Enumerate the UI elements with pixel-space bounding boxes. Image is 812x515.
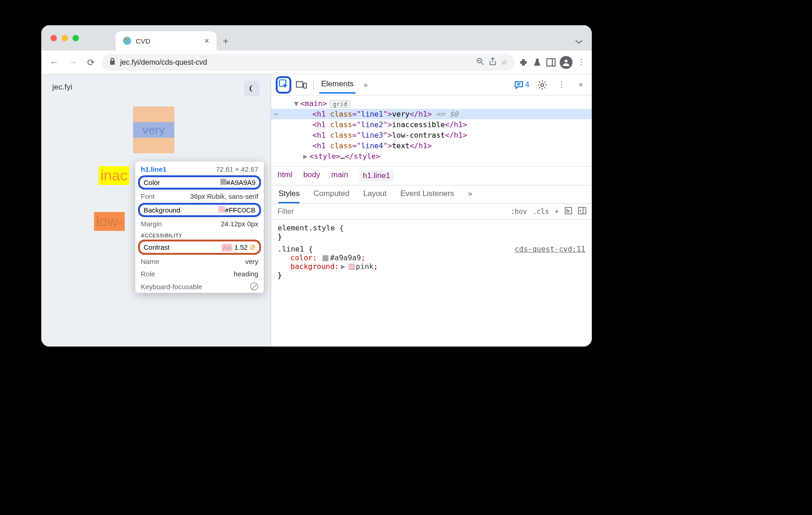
elements-tab[interactable]: Elements [319,76,356,94]
demo-text-inaccessible: inac [99,166,129,185]
inspector-tooltip: h1.line1 72.61 × 42.67 Color #A9A9A9 Fon… [135,162,264,293]
dom-main-element[interactable]: ▼<main>grid [271,98,592,109]
issues-count: 4 [525,80,529,90]
panel-icon[interactable] [546,57,556,67]
event-listeners-tab[interactable]: Event Listeners [400,189,454,203]
inspect-element-button[interactable] [276,76,291,94]
kebab-menu-icon[interactable]: ⋮ [555,78,568,91]
sidebar-toggle-icon[interactable] [578,207,586,216]
share-icon[interactable] [489,57,496,67]
close-tab-icon[interactable]: × [204,36,209,46]
color-swatch-inline[interactable] [323,255,328,261]
color-value: #A9A9A9 [227,179,256,186]
styles-rules[interactable]: element.style { } .line1 {cds-quest-cvd:… [271,220,592,283]
cls-toggle[interactable]: .cls [533,207,549,216]
crumb-main[interactable]: main [331,170,348,181]
favicon-icon [123,37,131,45]
tab-title: CVD [136,37,150,45]
more-styles-tabs-icon[interactable]: » [468,189,472,203]
add-rule-button[interactable]: + [555,207,559,216]
browser-toolbar: ← → ⟳ jec.fyi/demo/cds-quest-cvd ☆ [41,50,592,74]
crumb-body[interactable]: body [303,170,320,181]
dark-mode-toggle[interactable] [244,81,260,96]
bg-swatch-inline[interactable] [349,264,355,270]
name-label: Name [141,258,159,265]
line1-rule[interactable]: .line1 {cds-quest-cvd:11 [278,245,585,253]
tooltip-dimensions: 72.61 × 42.67 [216,165,258,173]
page-brand: jec.fyi [52,83,260,92]
margin-value: 24.12px 0px [221,220,258,228]
role-label: Role [141,270,155,278]
dom-style-element[interactable]: ▶<style>…</style> [271,151,592,162]
styles-tab[interactable]: Styles [278,189,300,203]
page-viewport: jec.fyi very inac low- h1.line1 72.61 × … [41,74,271,347]
window-controls [50,35,79,41]
background-declaration[interactable]: background:▶pink; [278,262,585,271]
zoom-icon[interactable] [476,57,484,67]
extensions-icon[interactable] [518,57,528,67]
browser-window: CVD × + ← → ⟳ jec.fyi/demo/cds-quest-cvd… [41,25,592,347]
address-bar[interactable]: jec.fyi/demo/cds-quest-cvd ☆ [102,54,515,71]
keyboard-row: Keyboard-focusable [135,280,264,293]
computed-tab[interactable]: Computed [313,189,349,203]
svg-point-5 [565,60,567,62]
minimize-window-button[interactable] [61,35,68,41]
forward-button[interactable]: → [65,55,80,70]
background-value: #FFC0CB [225,206,256,214]
highlighted-element[interactable]: very [133,106,174,153]
issues-button[interactable]: 4 [514,80,529,90]
tab-strip: CVD × + [41,25,592,50]
grid-badge[interactable]: grid [329,100,350,108]
more-tabs-icon[interactable]: » [359,78,372,91]
styles-tabbar: Styles Computed Layout Event Listeners » [271,185,592,204]
close-window-button[interactable] [50,35,57,41]
name-row: Name very [135,255,264,268]
labs-icon[interactable] [532,57,542,67]
svg-rect-8 [304,83,306,88]
color-label: Color [144,179,160,186]
name-value: very [245,258,258,265]
color-declaration[interactable]: color: #a9a9a9; [278,253,585,262]
new-tab-button[interactable]: + [217,33,235,50]
element-style-rule[interactable]: element.style { [278,224,585,232]
hov-toggle[interactable]: :hov [511,207,527,216]
color-swatch [220,179,227,185]
breadcrumb: html body main h1.line1 [271,166,592,185]
tab-overflow-button[interactable] [566,33,592,50]
dom-tree[interactable]: ▼<main>grid <h1 class="line1">very</h1> … [271,95,592,166]
layout-tab[interactable]: Layout [363,189,387,203]
font-row: Font 36px Rubik, sans-serif [135,190,264,202]
a11y-section-header: ACCESSIBILITY [135,230,264,239]
background-swatch [218,206,225,213]
source-link[interactable]: cds-quest-cvd:11 [515,245,585,253]
dom-h1-line4[interactable]: <h1 class="line4">text</h1> [271,140,592,151]
highlight-color-row: Color #A9A9A9 [138,175,261,190]
svg-line-1 [481,62,484,65]
settings-icon[interactable] [536,78,549,91]
dom-h1-line3[interactable]: <h1 class="line3">low-contrast</h1> [271,130,592,140]
contrast-label: Contrast [144,243,170,251]
bookmark-icon[interactable]: ☆ [501,58,507,67]
format-icon[interactable] [564,207,573,217]
browser-tab[interactable]: CVD × [116,31,217,50]
margin-overlay-top [133,106,174,122]
url-text: jec.fyi/demo/cds-quest-cvd [120,58,207,67]
dom-h1-line1[interactable]: <h1 class="line1">very</h1> == $0 [271,109,592,119]
devtools-panel: Elements » 4 ⋮ × ▼<main>grid <h1 class="… [271,74,592,347]
role-value: heading [234,270,258,278]
maximize-window-button[interactable] [72,35,79,41]
styles-filter-input[interactable] [271,204,505,219]
device-toggle-button[interactable] [295,78,308,91]
background-label: Background [144,206,180,214]
back-button[interactable]: ← [47,55,61,70]
content-area: jec.fyi very inac low- h1.line1 72.61 × … [41,74,592,347]
crumb-html[interactable]: html [278,170,292,181]
close-devtools-icon[interactable]: × [574,78,587,91]
reload-button[interactable]: ⟳ [83,55,98,70]
menu-icon[interactable]: ⋮ [576,57,586,67]
crumb-h1[interactable]: h1.line1 [359,170,394,181]
profile-button[interactable] [560,56,573,69]
svg-rect-3 [547,59,555,66]
role-row: Role heading [135,268,264,280]
dom-h1-line2[interactable]: <h1 class="line2">inaccessible</h1> [271,119,592,130]
